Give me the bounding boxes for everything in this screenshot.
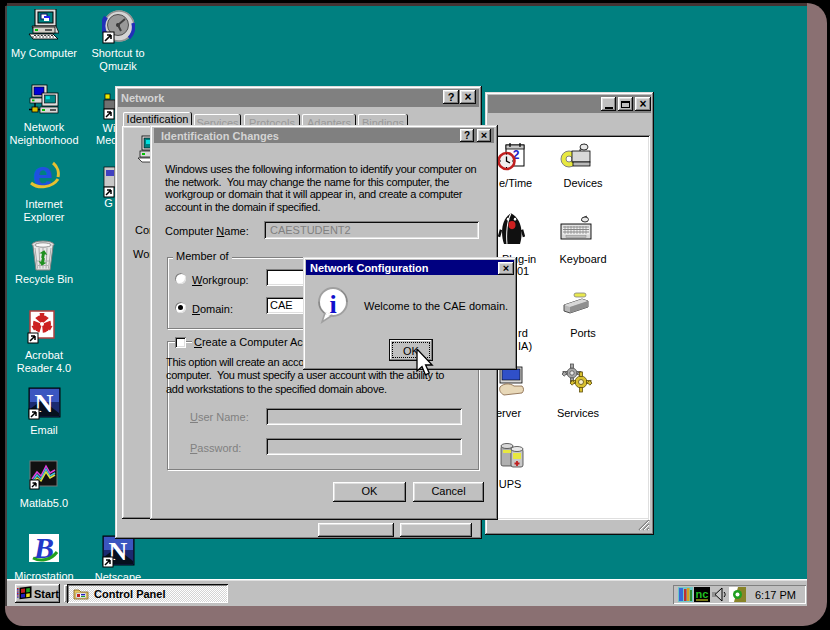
svg-text:nc: nc xyxy=(696,588,709,600)
svg-text:i: i xyxy=(329,290,336,319)
